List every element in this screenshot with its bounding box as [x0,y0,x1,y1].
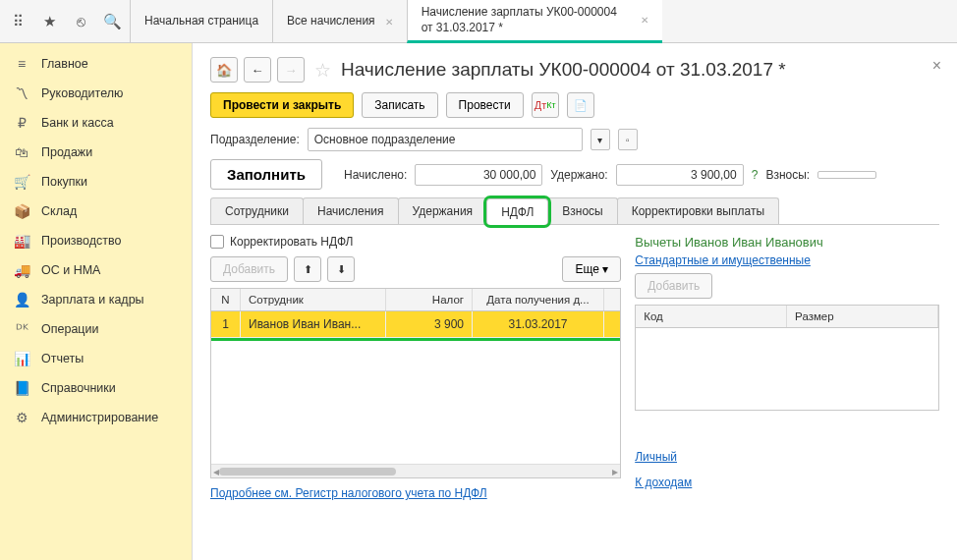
clipboard-icon[interactable]: ⎋ [71,13,90,29]
window-tabs: Начальная страница Все начисления ✕ Начи… [130,0,662,42]
col-code[interactable]: Код [636,306,787,327]
sidebar-item-bank[interactable]: ₽Банк и касса [0,108,192,138]
itab-accruals[interactable]: Начисления [303,197,399,224]
deductions-table: Код Размер [635,305,939,411]
favorite-star-icon[interactable]: ☆ [314,59,331,82]
post-button[interactable]: Провести [446,92,524,118]
book-icon: 📘 [14,380,29,396]
sidebar: ≡Главное 〽Руководителю ₽Банк и касса 🛍Пр… [0,43,193,560]
post-close-button[interactable]: Провести и закрыть [210,92,354,118]
sidebar-item-catalogs[interactable]: 📘Справочники [0,373,192,403]
income-link[interactable]: К доходам [635,476,692,489]
move-up-button[interactable]: ⬆ [294,256,321,282]
person-icon: 👤 [14,292,29,308]
ruble-icon: ₽ [14,115,29,131]
table-row[interactable]: 1 Иванов Иван Иван... 3 900 31.03.2017 [211,311,620,338]
sidebar-item-reports[interactable]: 📊Отчеты [0,344,192,373]
col-employee[interactable]: Сотрудник [241,289,386,310]
withheld-label: Удержано: [550,168,607,182]
save-button[interactable]: Записать [362,92,437,118]
back-button[interactable]: ← [244,57,271,83]
fill-button[interactable]: Заполнить [210,159,322,190]
col-date[interactable]: Дата получения д... [473,289,604,310]
personal-link[interactable]: Личный [635,450,677,464]
department-label: Подразделение: [210,133,300,146]
col-tax[interactable]: Налог [386,289,473,310]
cart-icon: 🛒 [14,174,29,190]
withheld-field[interactable]: 3 900,00 [616,164,744,186]
contributions-field[interactable] [817,171,876,179]
sidebar-item-admin[interactable]: ⚙Администрирование [0,403,192,432]
sidebar-item-payroll[interactable]: 👤Зарплата и кадры [0,285,192,314]
page-title: Начисление зарплаты УК00-000004 от 31.03… [341,59,786,81]
add-deduction-button[interactable]: Добавить [635,273,712,299]
adjust-ndfl-label: Корректировать НДФЛ [230,235,353,249]
close-icon[interactable]: ✕ [641,15,648,26]
register-link[interactable]: Подробнее см. Регистр налогового учета п… [210,486,487,500]
itab-contributions[interactable]: Взносы [547,197,617,224]
sidebar-item-main[interactable]: ≡Главное [0,49,192,79]
dk-icon: ᴰᴷ [14,321,29,337]
box-icon: 📦 [14,203,29,219]
tab-all-accruals[interactable]: Все начисления ✕ [272,0,407,43]
sidebar-item-warehouse[interactable]: 📦Склад [0,196,192,226]
apps-icon[interactable]: ⠿ [8,13,28,30]
more-button[interactable]: Еще ▾ [562,256,621,282]
deductions-title: Вычеты Иванов Иван Иванович [635,235,939,250]
barchart-icon: 📊 [14,351,29,366]
department-select[interactable]: Основное подразделение [308,128,583,151]
open-button[interactable]: ▫ [618,129,638,150]
menu-icon: ≡ [14,56,29,72]
sidebar-item-purchases[interactable]: 🛒Покупки [0,167,192,196]
sidebar-item-os[interactable]: 🚚ОС и НМА [0,255,192,285]
itab-ndfl[interactable]: НДФЛ [486,198,548,225]
add-row-button[interactable]: Добавить [210,256,288,282]
ndfl-table: N Сотрудник Налог Дата получения д... 1 … [210,288,621,478]
tab-payroll-doc[interactable]: Начисление зарплаты УК00-000004 от 31.03… [407,0,662,43]
sidebar-item-manager[interactable]: 〽Руководителю [0,79,192,108]
close-page-icon[interactable]: × [932,57,941,75]
tab-start-page[interactable]: Начальная страница [130,0,272,43]
sidebar-item-production[interactable]: 🏭Производство [0,226,192,255]
inner-tabs: Сотрудники Начисления Удержания НДФЛ Взн… [210,197,939,225]
factory-icon: 🏭 [14,233,29,249]
close-icon[interactable]: ✕ [385,17,393,28]
sidebar-item-sales[interactable]: 🛍Продажи [0,138,192,167]
sidebar-item-operations[interactable]: ᴰᴷОперации [0,314,192,344]
contributions-label: Взносы: [765,168,810,182]
dropdown-button[interactable]: ▾ [591,129,610,150]
top-bar: ⠿ ★ ⎋ 🔍 Начальная страница Все начислени… [0,0,957,43]
search-icon[interactable]: 🔍 [102,13,122,30]
col-size[interactable]: Размер [787,306,938,327]
adjust-ndfl-checkbox[interactable] [210,235,224,249]
register-button[interactable]: ДтКт [532,92,559,118]
help-icon[interactable]: ? [752,168,759,182]
accrued-field[interactable]: 30 000,00 [415,164,542,186]
col-n[interactable]: N [211,289,241,310]
home-button[interactable]: 🏠 [210,57,238,83]
bag-icon: 🛍 [14,144,29,160]
chart-icon: 〽 [14,85,29,101]
forward-button[interactable]: → [277,57,305,83]
gear-icon: ⚙ [14,410,29,425]
print-button[interactable]: 📄 [567,92,594,118]
itab-corrections[interactable]: Корректировки выплаты [617,197,779,224]
truck-icon: 🚚 [14,262,29,278]
accrued-label: Начислено: [344,168,407,182]
star-icon[interactable]: ★ [39,13,59,30]
h-scrollbar[interactable]: ◂ ▸ [211,464,620,477]
itab-deductions[interactable]: Удержания [398,197,488,224]
itab-employees[interactable]: Сотрудники [210,197,304,224]
standard-link[interactable]: Стандартные и имущественные [635,253,811,267]
content-pane: × 🏠 ← → ☆ Начисление зарплаты УК00-00000… [193,43,957,560]
move-down-button[interactable]: ⬇ [327,256,355,282]
